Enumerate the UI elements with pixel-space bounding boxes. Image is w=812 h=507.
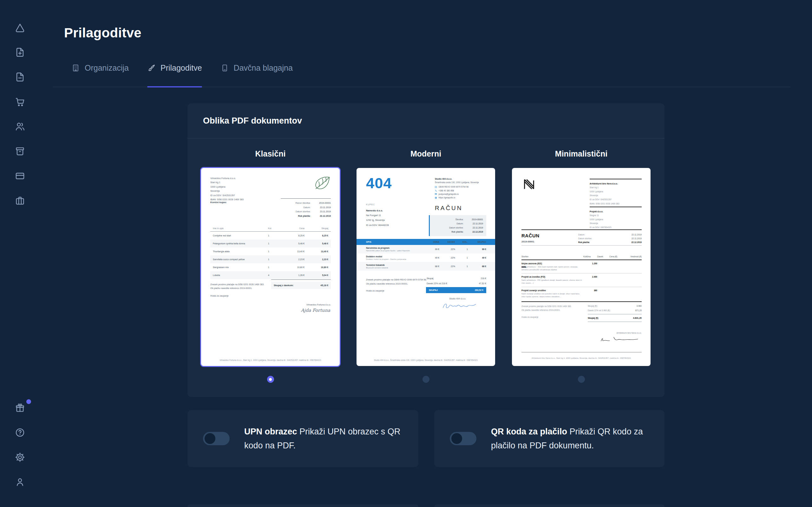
table-row: Siergrassen mix110,80 €10,80 € bbox=[210, 263, 331, 271]
template-radio[interactable] bbox=[267, 376, 274, 383]
invoice-footer: Studio 404 d.o.o., Šmartinska cesta 130,… bbox=[357, 359, 495, 361]
customer-label: Končni kupec bbox=[210, 201, 226, 204]
template-title: Minimalistični bbox=[555, 149, 607, 158]
invoice-meta: Številka:2019-00001 Datum:22.11.2019 Dat… bbox=[429, 215, 486, 236]
template-radio[interactable] bbox=[422, 376, 429, 383]
seller-address: Arhitekturni biro Nera d.o.o. Stari trg … bbox=[590, 179, 642, 206]
divider bbox=[521, 301, 642, 302]
profile-icon[interactable] bbox=[14, 476, 26, 487]
invoice-number: 2019-00001 bbox=[521, 240, 535, 243]
archive-icon[interactable] bbox=[14, 146, 26, 157]
signature-script: Ajda Fortuna bbox=[301, 308, 330, 313]
thanks-note: Hvala za zaupanje bbox=[210, 294, 264, 298]
invoice-doc-title: RAČUN bbox=[435, 205, 463, 212]
template-moderni[interactable]: Moderni 404 Studio 404 d.o.o. Šmartinska… bbox=[357, 149, 495, 383]
settings-gear-icon[interactable] bbox=[14, 452, 26, 463]
help-icon[interactable] bbox=[14, 427, 26, 438]
table-row: Termični tiskalnikBluetooth termični tis… bbox=[357, 262, 495, 271]
next-card-stub-right bbox=[434, 504, 664, 507]
line-items-table: StoritevKoličinaDavekCena (€)Vrednost (€… bbox=[521, 256, 642, 300]
brush-icon bbox=[147, 64, 156, 72]
page-title: Prilagoditve bbox=[64, 25, 142, 41]
upn-toggle-card: UPN obrazec Prikaži UPN obrazec s QR kod… bbox=[188, 410, 418, 467]
signature-company: Studio 404 d.o.o. bbox=[436, 297, 480, 300]
totals: Skupaj (€):3.960 Davek 22% od 3.960 (€):… bbox=[588, 304, 642, 323]
invoice-footer: Arhitekturni biro Nera d.o.o., Stari trg… bbox=[512, 357, 651, 359]
tabs: Organizacija Prilagoditve Davčna blagajn… bbox=[71, 61, 293, 75]
line-items-table: Ime in opisKol. CenaSkupaj Cordyline red… bbox=[210, 226, 331, 279]
building-icon bbox=[71, 64, 80, 72]
gift-icon[interactable] bbox=[14, 402, 26, 413]
thanks-note: Hvala za zaupanje bbox=[521, 315, 571, 319]
table-header: StoritevKoličinaDavekCena (€)Vrednost (€… bbox=[521, 256, 642, 260]
cart-icon[interactable] bbox=[14, 96, 26, 107]
table-row: Sanvitalia cuzco compact yellow12,23 €2,… bbox=[210, 256, 331, 263]
seller-address: Vrtnarstvo Fortuna d.o.o.Stari trg 1 100… bbox=[210, 176, 244, 202]
invoice-doc-title: RAČUN bbox=[521, 233, 540, 238]
app-logo-triangle-icon[interactable] bbox=[14, 22, 26, 33]
upn-toggle-text: UPN obrazec Prikaži UPN obrazec s QR kod… bbox=[244, 425, 405, 452]
payment-note: Znesek prosimo plačajte na SI56 0201 002… bbox=[521, 304, 571, 319]
leaf-logo-icon bbox=[313, 176, 331, 191]
tab-davcna-blagajna[interactable]: Davčna blagajna bbox=[220, 61, 293, 75]
qr-toggle-switch[interactable] bbox=[450, 432, 476, 445]
notification-dot bbox=[26, 399, 31, 404]
totals: Skupaj216 € Davek 22% od 216 €47,52 € bbox=[426, 276, 486, 286]
template-title: Klasični bbox=[255, 149, 286, 158]
template-minimalisticni[interactable]: Minimalistični Arhitekturni biro Nera d.… bbox=[512, 149, 651, 383]
bank-icon bbox=[435, 186, 437, 188]
pdf-card-title: Oblika PDF dokumentov bbox=[188, 103, 664, 138]
invoice-footer: Vrtnarstvo Fortuna d.o.o., Stari trg 1, … bbox=[201, 359, 340, 361]
register-icon bbox=[220, 64, 229, 72]
toggle-knob bbox=[205, 433, 215, 444]
signature-script bbox=[599, 335, 641, 343]
new-invoice-icon[interactable] bbox=[14, 47, 26, 58]
table-row: Projekt zunanje ureditveNačrt zunanje ur… bbox=[521, 287, 642, 300]
table-header: OPISCENADAVEKKOL.SKUPAJ bbox=[357, 239, 495, 245]
credit-card-icon[interactable] bbox=[14, 170, 26, 181]
invoice-meta: Datum:22.11.2019 Datum storitve:22.11.20… bbox=[578, 233, 642, 244]
qr-toggle-text: QR koda za plačilo Prikaži QR kodo za pl… bbox=[491, 425, 651, 452]
line-items-table: OPISCENADAVEKKOL.SKUPAJ Naročnina za pro… bbox=[357, 239, 495, 271]
template-preview-klasicni[interactable]: Vrtnarstvo Fortuna d.o.o.Stari trg 1 100… bbox=[201, 168, 340, 366]
template-preview-minimalisticni[interactable]: Arhitekturni biro Nera d.o.o. Stari trg … bbox=[512, 168, 651, 366]
toggle-label: QR koda za plačilo bbox=[491, 427, 567, 436]
briefcase-icon[interactable] bbox=[14, 195, 26, 206]
signature-script bbox=[441, 301, 478, 310]
payment-note: Znesek prosimo plačajte na GB49 REVO 009… bbox=[366, 278, 426, 293]
tabs-divider bbox=[53, 87, 791, 87]
tab-organizacija[interactable]: Organizacija bbox=[71, 61, 129, 75]
customer-address: Namestu d.o.o. Na Pungart 11 1292 Ig, Sl… bbox=[366, 208, 389, 228]
upn-toggle-switch[interactable] bbox=[203, 432, 230, 445]
tab-prilagoditve[interactable]: Prilagoditve bbox=[147, 61, 202, 75]
template-list: Klasični Vrtnarstvo Fortuna d.o.o.Stari … bbox=[188, 138, 664, 383]
template-preview-moderni[interactable]: 404 Studio 404 d.o.o. Šmartinska cesta 1… bbox=[357, 168, 495, 366]
toggle-label: UPN obrazec bbox=[244, 427, 297, 436]
table-row: Cordyline red start18,25 €8,25 € bbox=[210, 232, 331, 239]
table-row: Lobelia41,26 €5,04 € bbox=[210, 271, 331, 279]
sidebar bbox=[0, 0, 40, 507]
payment-note: Znesek prosimo plačajte na SI56 0201 002… bbox=[210, 283, 264, 298]
email-icon bbox=[435, 193, 437, 195]
logo-404: 404 bbox=[366, 174, 392, 192]
signature-company: Vrtnarstvo Fortuna d.o.o. bbox=[306, 303, 331, 306]
toggle-knob bbox=[451, 433, 462, 444]
total-box: Skupaj z davkom:45,18 € bbox=[271, 279, 331, 289]
template-title: Moderni bbox=[410, 149, 441, 158]
template-radio[interactable] bbox=[578, 376, 585, 383]
tab-label: Prilagoditve bbox=[160, 63, 202, 72]
logo-n-icon bbox=[522, 177, 536, 191]
template-klasicni[interactable]: Klasični Vrtnarstvo Fortuna d.o.o.Stari … bbox=[201, 149, 340, 383]
seller-address: Studio 404 d.o.o. Šmartinska cesta 130, … bbox=[435, 177, 486, 200]
tab-label: Davčna blagajna bbox=[234, 63, 293, 72]
globe-icon bbox=[435, 197, 437, 199]
table-row: Dodaten modulDodaten modul za program - … bbox=[357, 253, 495, 262]
customers-icon[interactable] bbox=[14, 121, 26, 132]
grand-total-bar: SKUPAJ263,52 € bbox=[426, 287, 486, 293]
phone-icon bbox=[435, 189, 437, 192]
table-row: Pelargonium cynthia bella donna15,46 €5,… bbox=[210, 239, 331, 247]
table-header: Ime in opisKol. CenaSkupaj bbox=[210, 226, 331, 232]
credit-note-icon[interactable] bbox=[14, 72, 26, 82]
customer-label: KUPEC bbox=[366, 204, 375, 206]
footer-rule bbox=[521, 352, 642, 352]
